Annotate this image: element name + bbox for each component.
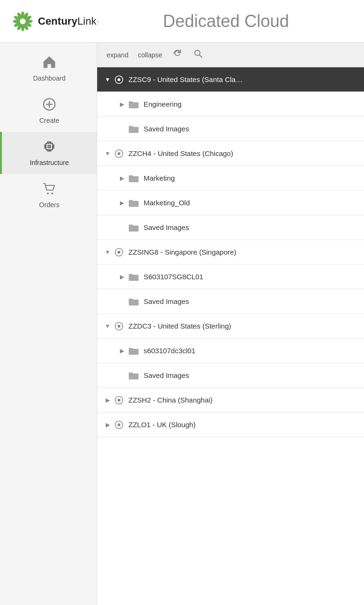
content-area: expand collapse (97, 43, 364, 605)
tree-row[interactable]: ZZSC9 - United States (Santa Cla… (97, 67, 364, 92)
refresh-button[interactable] (171, 48, 184, 62)
datacenter-icon (114, 420, 124, 430)
tree-node-label: Saved Images (144, 297, 189, 305)
folder-icon (128, 100, 139, 109)
folder-icon (128, 273, 139, 281)
sidebar: Dashboard Create (0, 43, 97, 605)
tree-row[interactable]: Saved Images (97, 363, 364, 388)
svg-point-12 (20, 18, 26, 24)
logo-text: CenturyLink· (38, 15, 100, 28)
tree-node-label: ZZLO1 - UK (Slough) (128, 421, 196, 429)
centurylink-logo-icon (11, 10, 34, 33)
sidebar-dashboard-label: Dashboard (33, 74, 66, 82)
svg-point-43 (118, 399, 120, 402)
tree-node-label: ZZSH2 - China (Shanghai) (128, 396, 213, 404)
svg-point-45 (118, 423, 120, 426)
svg-rect-17 (47, 145, 51, 148)
refresh-icon (173, 49, 182, 58)
sidebar-orders-label: Orders (39, 201, 60, 209)
datacenter-icon (114, 75, 124, 84)
svg-point-30 (47, 192, 49, 194)
sidebar-item-orders[interactable]: Orders (0, 174, 97, 216)
tree-row[interactable]: ZZSING8 - Singapore (Singapore) (97, 240, 364, 265)
chevron-right-icon (118, 200, 126, 206)
tree-row[interactable]: S603107SG8CL01 (97, 265, 364, 289)
svg-point-35 (118, 78, 120, 81)
chevron-down-icon (104, 323, 111, 330)
tree-node-label: ZZSC9 - United States (Santa Cla… (128, 75, 243, 83)
chevron-right-icon (118, 175, 126, 182)
datacenter-icon (114, 149, 124, 158)
tree-node-label: Engineering (144, 100, 182, 108)
svg-point-31 (51, 192, 53, 194)
folder-icon (128, 297, 139, 306)
sidebar-item-create[interactable]: Create (0, 90, 97, 132)
tree-row[interactable]: Saved Images (97, 215, 364, 240)
search-button[interactable] (191, 48, 205, 62)
header-title: Dedicated Cloud (100, 11, 353, 31)
svg-point-39 (118, 251, 120, 254)
sidebar-item-infrastructure[interactable]: Infrastructure (0, 132, 97, 174)
folder-icon (128, 347, 139, 355)
tree-row[interactable]: Marketing (97, 166, 364, 191)
toolbar: expand collapse (97, 43, 364, 67)
tree-row[interactable]: ZZCH4 - United States (Chicago) (97, 141, 364, 166)
tree-node-label: ZZSING8 - Singapore (Singapore) (128, 248, 237, 256)
tree-row[interactable]: s603107dc3cl01 (97, 339, 364, 363)
tree-node-label: Marketing (144, 174, 175, 182)
chevron-right-icon (118, 101, 126, 108)
tree-row[interactable]: Saved Images (97, 117, 364, 141)
sidebar-infrastructure-label: Infrastructure (30, 159, 69, 166)
tree-node-label: S603107SG8CL01 (144, 273, 203, 281)
header: CenturyLink· Dedicated Cloud (0, 0, 364, 43)
chevron-down-icon (104, 150, 111, 157)
cart-icon (42, 182, 56, 199)
tree-node-label: Saved Images (144, 125, 189, 133)
tree-row[interactable]: Marketing_Old (97, 191, 364, 215)
chevron-down-icon (104, 249, 111, 256)
datacenter-icon (114, 395, 124, 405)
folder-icon (128, 371, 139, 380)
tree-node-label: s603107dc3cl01 (144, 347, 195, 355)
tree-container: ZZSC9 - United States (Santa Cla… Engine… (97, 67, 364, 605)
datacenter-icon (114, 321, 124, 331)
tree-node-label: Saved Images (144, 223, 189, 231)
collapse-button[interactable]: collapse (137, 49, 163, 61)
chevron-right-icon (104, 397, 111, 403)
svg-line-33 (200, 55, 202, 58)
folder-icon (128, 174, 139, 183)
tree-row[interactable]: ZZLO1 - UK (Slough) (97, 412, 364, 437)
folder-icon (128, 223, 139, 232)
home-icon (42, 55, 56, 73)
search-icon (193, 49, 203, 58)
svg-point-41 (118, 325, 120, 328)
chevron-right-icon (104, 422, 111, 428)
svg-point-37 (118, 152, 120, 155)
tree-row[interactable]: Saved Images (97, 289, 364, 314)
expand-button[interactable]: expand (106, 49, 129, 61)
chevron-right-icon (118, 274, 126, 280)
chip-icon (42, 139, 56, 157)
sidebar-item-dashboard[interactable]: Dashboard (0, 47, 97, 90)
main-layout: Dashboard Create (0, 43, 364, 605)
tree-row[interactable]: Engineering (97, 92, 364, 117)
plus-circle-icon (42, 97, 56, 115)
folder-icon (128, 199, 139, 207)
tree-node-label: Saved Images (144, 371, 189, 379)
chevron-right-icon (118, 348, 126, 354)
tree-node-label: Marketing_Old (144, 199, 190, 207)
chevron-down-icon (104, 76, 111, 83)
tree-row[interactable]: ZZSH2 - China (Shanghai) (97, 388, 364, 412)
tree-node-label: ZZCH4 - United States (Chicago) (128, 149, 233, 157)
logo-area: CenturyLink· (11, 10, 100, 33)
sidebar-create-label: Create (39, 117, 59, 124)
datacenter-icon (114, 248, 124, 257)
tree-row[interactable]: ZZDC3 - United States (Sterling) (97, 314, 364, 339)
tree-node-label: ZZDC3 - United States (Sterling) (128, 322, 231, 330)
folder-icon (128, 125, 139, 133)
